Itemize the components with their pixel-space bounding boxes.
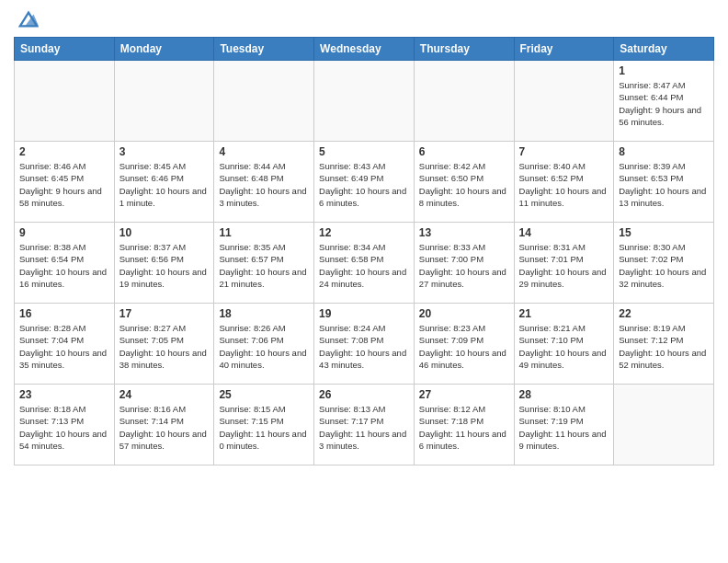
day-info: Sunrise: 8:16 AM Sunset: 7:14 PM Dayligh… xyxy=(119,403,210,452)
calendar-day-cell xyxy=(614,385,714,465)
calendar-day-cell: 26Sunrise: 8:13 AM Sunset: 7:17 PM Dayli… xyxy=(314,385,415,465)
day-info: Sunrise: 8:37 AM Sunset: 6:56 PM Dayligh… xyxy=(119,241,210,290)
day-number: 5 xyxy=(319,145,409,158)
calendar-day-cell: 13Sunrise: 8:33 AM Sunset: 7:00 PM Dayli… xyxy=(414,223,514,304)
day-number: 7 xyxy=(519,145,609,158)
day-of-week-header: Friday xyxy=(514,38,614,61)
logo xyxy=(14,9,39,29)
day-of-week-header: Saturday xyxy=(614,38,714,61)
day-info: Sunrise: 8:30 AM Sunset: 7:02 PM Dayligh… xyxy=(619,241,709,290)
day-info: Sunrise: 8:21 AM Sunset: 7:10 PM Dayligh… xyxy=(519,322,609,371)
day-number: 4 xyxy=(219,145,309,158)
calendar-day-cell: 11Sunrise: 8:35 AM Sunset: 6:57 PM Dayli… xyxy=(214,223,314,304)
day-info: Sunrise: 8:27 AM Sunset: 7:05 PM Dayligh… xyxy=(119,322,210,371)
day-info: Sunrise: 8:40 AM Sunset: 6:52 PM Dayligh… xyxy=(519,160,609,209)
calendar-day-cell: 6Sunrise: 8:42 AM Sunset: 6:50 PM Daylig… xyxy=(414,142,514,223)
day-info: Sunrise: 8:44 AM Sunset: 6:48 PM Dayligh… xyxy=(219,160,309,209)
calendar-header-row: SundayMondayTuesdayWednesdayThursdayFrid… xyxy=(15,38,714,61)
day-number: 22 xyxy=(619,307,709,320)
day-number: 11 xyxy=(219,226,309,239)
day-info: Sunrise: 8:24 AM Sunset: 7:08 PM Dayligh… xyxy=(319,322,409,371)
calendar-day-cell: 19Sunrise: 8:24 AM Sunset: 7:08 PM Dayli… xyxy=(314,304,415,385)
calendar-week-row: 9Sunrise: 8:38 AM Sunset: 6:54 PM Daylig… xyxy=(15,223,714,304)
day-info: Sunrise: 8:18 AM Sunset: 7:13 PM Dayligh… xyxy=(19,403,109,452)
day-info: Sunrise: 8:47 AM Sunset: 6:44 PM Dayligh… xyxy=(619,79,709,128)
day-info: Sunrise: 8:42 AM Sunset: 6:50 PM Dayligh… xyxy=(419,160,509,209)
day-number: 21 xyxy=(519,307,609,320)
day-number: 2 xyxy=(19,145,109,158)
calendar-day-cell xyxy=(314,61,415,142)
calendar-day-cell xyxy=(414,61,514,142)
calendar-day-cell: 27Sunrise: 8:12 AM Sunset: 7:18 PM Dayli… xyxy=(414,385,514,465)
day-info: Sunrise: 8:12 AM Sunset: 7:18 PM Dayligh… xyxy=(419,403,509,452)
day-info: Sunrise: 8:46 AM Sunset: 6:45 PM Dayligh… xyxy=(19,160,109,209)
calendar-day-cell: 18Sunrise: 8:26 AM Sunset: 7:06 PM Dayli… xyxy=(214,304,314,385)
day-number: 16 xyxy=(19,307,109,320)
day-number: 24 xyxy=(119,388,210,401)
day-info: Sunrise: 8:45 AM Sunset: 6:46 PM Dayligh… xyxy=(119,160,210,209)
calendar-day-cell: 12Sunrise: 8:34 AM Sunset: 6:58 PM Dayli… xyxy=(314,223,415,304)
calendar: SundayMondayTuesdayWednesdayThursdayFrid… xyxy=(14,37,714,465)
day-of-week-header: Thursday xyxy=(414,38,514,61)
day-info: Sunrise: 8:19 AM Sunset: 7:12 PM Dayligh… xyxy=(619,322,709,371)
calendar-week-row: 2Sunrise: 8:46 AM Sunset: 6:45 PM Daylig… xyxy=(15,142,714,223)
day-number: 15 xyxy=(619,226,709,239)
calendar-week-row: 23Sunrise: 8:18 AM Sunset: 7:13 PM Dayli… xyxy=(15,385,714,465)
day-info: Sunrise: 8:39 AM Sunset: 6:53 PM Dayligh… xyxy=(619,160,709,209)
calendar-day-cell: 20Sunrise: 8:23 AM Sunset: 7:09 PM Dayli… xyxy=(414,304,514,385)
logo-icon xyxy=(18,9,39,29)
day-number: 17 xyxy=(119,307,210,320)
calendar-day-cell: 7Sunrise: 8:40 AM Sunset: 6:52 PM Daylig… xyxy=(514,142,614,223)
day-number: 19 xyxy=(319,307,409,320)
calendar-day-cell: 4Sunrise: 8:44 AM Sunset: 6:48 PM Daylig… xyxy=(214,142,314,223)
day-number: 12 xyxy=(319,226,409,239)
header xyxy=(14,9,714,29)
calendar-day-cell: 22Sunrise: 8:19 AM Sunset: 7:12 PM Dayli… xyxy=(614,304,714,385)
calendar-day-cell: 21Sunrise: 8:21 AM Sunset: 7:10 PM Dayli… xyxy=(514,304,614,385)
day-number: 6 xyxy=(419,145,509,158)
day-number: 26 xyxy=(319,388,409,401)
day-of-week-header: Tuesday xyxy=(214,38,314,61)
calendar-day-cell xyxy=(15,61,115,142)
day-number: 1 xyxy=(619,64,709,77)
calendar-day-cell: 24Sunrise: 8:16 AM Sunset: 7:14 PM Dayli… xyxy=(114,385,214,465)
day-info: Sunrise: 8:43 AM Sunset: 6:49 PM Dayligh… xyxy=(319,160,409,209)
calendar-day-cell xyxy=(514,61,614,142)
day-info: Sunrise: 8:28 AM Sunset: 7:04 PM Dayligh… xyxy=(19,322,109,371)
calendar-day-cell: 23Sunrise: 8:18 AM Sunset: 7:13 PM Dayli… xyxy=(15,385,115,465)
day-of-week-header: Wednesday xyxy=(314,38,415,61)
day-info: Sunrise: 8:34 AM Sunset: 6:58 PM Dayligh… xyxy=(319,241,409,290)
day-number: 27 xyxy=(419,388,509,401)
calendar-day-cell: 2Sunrise: 8:46 AM Sunset: 6:45 PM Daylig… xyxy=(15,142,115,223)
calendar-day-cell: 25Sunrise: 8:15 AM Sunset: 7:15 PM Dayli… xyxy=(214,385,314,465)
calendar-day-cell xyxy=(214,61,314,142)
day-info: Sunrise: 8:35 AM Sunset: 6:57 PM Dayligh… xyxy=(219,241,309,290)
day-number: 23 xyxy=(19,388,109,401)
calendar-day-cell xyxy=(114,61,214,142)
calendar-week-row: 1Sunrise: 8:47 AM Sunset: 6:44 PM Daylig… xyxy=(15,61,714,142)
day-info: Sunrise: 8:31 AM Sunset: 7:01 PM Dayligh… xyxy=(519,241,609,290)
calendar-day-cell: 10Sunrise: 8:37 AM Sunset: 6:56 PM Dayli… xyxy=(114,223,214,304)
day-info: Sunrise: 8:33 AM Sunset: 7:00 PM Dayligh… xyxy=(419,241,509,290)
calendar-day-cell: 28Sunrise: 8:10 AM Sunset: 7:19 PM Dayli… xyxy=(514,385,614,465)
calendar-day-cell: 15Sunrise: 8:30 AM Sunset: 7:02 PM Dayli… xyxy=(614,223,714,304)
day-info: Sunrise: 8:15 AM Sunset: 7:15 PM Dayligh… xyxy=(219,403,309,452)
day-number: 13 xyxy=(419,226,509,239)
day-of-week-header: Monday xyxy=(114,38,214,61)
calendar-day-cell: 5Sunrise: 8:43 AM Sunset: 6:49 PM Daylig… xyxy=(314,142,415,223)
day-info: Sunrise: 8:26 AM Sunset: 7:06 PM Dayligh… xyxy=(219,322,309,371)
day-number: 18 xyxy=(219,307,309,320)
calendar-week-row: 16Sunrise: 8:28 AM Sunset: 7:04 PM Dayli… xyxy=(15,304,714,385)
calendar-day-cell: 3Sunrise: 8:45 AM Sunset: 6:46 PM Daylig… xyxy=(114,142,214,223)
day-number: 28 xyxy=(519,388,609,401)
day-info: Sunrise: 8:10 AM Sunset: 7:19 PM Dayligh… xyxy=(519,403,609,452)
calendar-day-cell: 14Sunrise: 8:31 AM Sunset: 7:01 PM Dayli… xyxy=(514,223,614,304)
day-of-week-header: Sunday xyxy=(15,38,115,61)
day-number: 9 xyxy=(19,226,109,239)
calendar-day-cell: 16Sunrise: 8:28 AM Sunset: 7:04 PM Dayli… xyxy=(15,304,115,385)
day-info: Sunrise: 8:38 AM Sunset: 6:54 PM Dayligh… xyxy=(19,241,109,290)
day-number: 10 xyxy=(119,226,210,239)
day-number: 3 xyxy=(119,145,210,158)
calendar-day-cell: 8Sunrise: 8:39 AM Sunset: 6:53 PM Daylig… xyxy=(614,142,714,223)
day-info: Sunrise: 8:23 AM Sunset: 7:09 PM Dayligh… xyxy=(419,322,509,371)
